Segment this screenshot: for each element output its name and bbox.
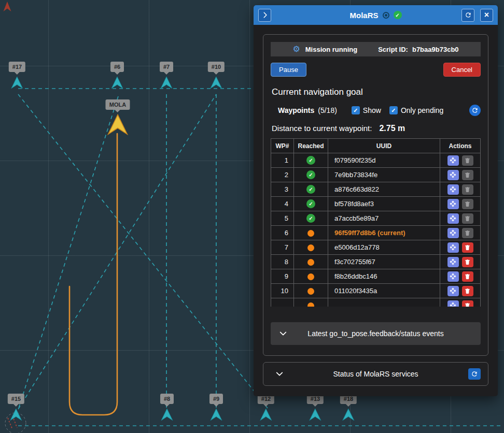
move-icon — [450, 215, 456, 222]
refresh-icon — [471, 370, 478, 378]
move-icon — [450, 244, 456, 251]
waypoints-label: Waypoints — [278, 106, 314, 114]
row-actions — [440, 170, 480, 180]
waypoint-arrow-icon — [9, 408, 23, 422]
collapse-panel-button[interactable] — [258, 9, 271, 22]
goto-waypoint-button[interactable] — [447, 155, 459, 166]
delete-waypoint-button[interactable] — [462, 300, 473, 307]
distance-value: 2.75 m — [379, 124, 405, 133]
waypoint-marker: #13 — [307, 394, 324, 422]
waypoint-marker: #15 — [8, 394, 24, 422]
robot-arrow-icon — [106, 113, 130, 136]
waypoint-row — [271, 298, 481, 307]
reached-status-icon — [306, 214, 315, 223]
trash-icon — [464, 287, 471, 294]
delete-waypoint-button[interactable] — [462, 257, 473, 267]
trash-icon — [464, 186, 471, 193]
waypoint-row: 4 bf578fd8aef3 — [271, 197, 481, 211]
settings-gear-icon[interactable]: ⚙ — [292, 45, 300, 53]
robot-marker: MOLA — [106, 99, 130, 136]
delete-waypoint-button[interactable] — [462, 199, 473, 209]
delete-waypoint-button[interactable] — [462, 228, 473, 238]
waypoint-table-body: 1 f079590f235d 2 7e9bb73834fe — [271, 153, 481, 307]
header-actions: Actions — [440, 139, 481, 153]
molars-panel: MolaRS × ⚙ Mission running Scrip — [254, 5, 498, 396]
waypoints-refresh-button[interactable] — [469, 105, 481, 116]
waypoint-arrow-icon — [209, 408, 223, 422]
waypoint-marker: #17 — [9, 62, 25, 90]
services-refresh-button[interactable] — [468, 368, 481, 380]
titlebar-actions: × — [461, 9, 493, 22]
goto-waypoint-button[interactable] — [447, 213, 459, 224]
wp-number: 10 — [271, 284, 294, 298]
waypoint-arrow-icon — [209, 76, 223, 90]
delete-waypoint-button[interactable] — [462, 242, 473, 253]
script-id-label: Script ID: — [378, 46, 408, 53]
goto-waypoint-button[interactable] — [447, 228, 459, 238]
wp-number: 4 — [271, 197, 294, 211]
waypoint-row: 7 e5006d12a778 — [271, 240, 481, 255]
wp-number: 9 — [271, 269, 294, 284]
delete-waypoint-button[interactable] — [462, 155, 473, 166]
goto-waypoint-button[interactable] — [447, 257, 459, 267]
reached-status-icon — [307, 230, 314, 237]
wp-uuid: 7e9bb73834fe — [328, 168, 440, 182]
services-expander[interactable]: Status of MolaRS services — [263, 362, 488, 386]
panel-close-button[interactable]: × — [480, 9, 493, 22]
waypoints-table-wrap[interactable]: WP# Reached UUID Actions 1 f079590f235d — [271, 138, 481, 307]
goto-waypoint-button[interactable] — [447, 271, 459, 282]
waypoint-marker: #8 — [160, 394, 174, 422]
show-checkbox[interactable] — [352, 106, 360, 114]
trash-icon — [464, 157, 471, 164]
header-wp: WP# — [271, 139, 294, 153]
goto-waypoint-button[interactable] — [447, 199, 459, 209]
wp-uuid: 96f59ff7d8b6 (current) — [328, 226, 440, 240]
delete-waypoint-button[interactable] — [462, 286, 473, 296]
cancel-button[interactable]: Cancel — [443, 63, 481, 77]
delete-waypoint-button[interactable] — [462, 184, 473, 195]
reached-status-icon — [307, 273, 314, 280]
move-icon — [450, 273, 456, 280]
events-expander[interactable]: Latest go_to_pose.feedback/status events — [271, 322, 481, 345]
row-actions — [440, 286, 480, 296]
mission-buttons-row: Pause Cancel — [271, 63, 481, 77]
goto-waypoint-button[interactable] — [447, 170, 459, 180]
refresh-icon — [465, 11, 472, 19]
events-expander-label: Latest go_to_pose.feedback/status events — [271, 329, 481, 338]
marker-label: #15 — [8, 394, 24, 404]
chevron-down-icon — [275, 370, 284, 378]
only-pending-checkbox[interactable] — [389, 106, 398, 114]
pause-button[interactable]: Pause — [271, 63, 306, 77]
delete-waypoint-button[interactable] — [462, 170, 473, 180]
delete-waypoint-button[interactable] — [462, 271, 473, 282]
move-icon — [450, 258, 456, 265]
move-icon — [450, 302, 456, 307]
map-background[interactable]: #17 #6 #7 #10 MOLA #15 #8 #9 #12 #13 #18 — [0, 0, 504, 433]
panel-refresh-button[interactable] — [461, 9, 474, 22]
reached-status-icon — [306, 185, 315, 194]
waypoint-row: 2 7e9bb73834fe — [271, 168, 481, 182]
waypoint-row: 3 a876c663d822 — [271, 182, 481, 197]
goto-waypoint-button[interactable] — [447, 300, 459, 307]
reached-status-icon — [307, 288, 314, 295]
move-icon — [450, 171, 456, 178]
wp-uuid: a876c663d822 — [328, 182, 440, 197]
row-actions — [440, 184, 480, 195]
waypoint-arrow-icon — [160, 408, 174, 422]
goto-waypoint-button[interactable] — [447, 242, 459, 253]
goto-waypoint-button[interactable] — [447, 184, 459, 195]
move-icon — [450, 186, 456, 193]
waypoint-arrow-icon — [10, 76, 24, 90]
mission-card: ⚙ Mission running Script ID: b7baa9b73cb… — [263, 34, 488, 356]
waypoint-arrow-icon — [308, 408, 323, 422]
marker-label: #7 — [160, 62, 173, 72]
delete-waypoint-button[interactable] — [462, 213, 473, 224]
goto-waypoint-button[interactable] — [447, 286, 459, 296]
waypoint-row: 9 f8b26ddbc146 — [271, 269, 481, 284]
move-icon — [450, 287, 456, 294]
row-actions — [440, 213, 480, 224]
trash-icon — [464, 273, 471, 280]
waypoint-marker: #12 — [258, 394, 274, 422]
close-icon: × — [484, 11, 489, 19]
waypoint-marker: #9 — [209, 394, 223, 422]
